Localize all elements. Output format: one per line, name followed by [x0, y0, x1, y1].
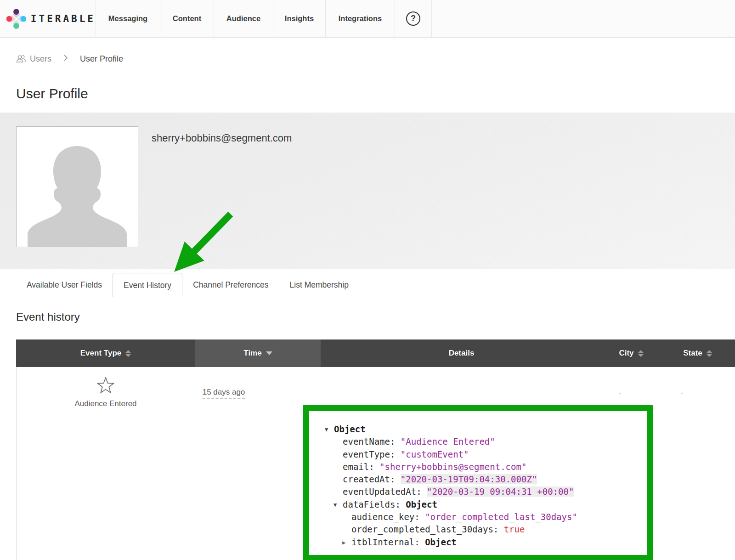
json-value: "Audience Entered"	[401, 436, 495, 447]
json-key: createdAt:	[343, 474, 401, 484]
event-table-header: Event TypeTimeDetailsCityState	[16, 339, 735, 367]
page-title: User Profile	[16, 85, 735, 102]
json-key: eventName:	[343, 436, 401, 447]
tab-list-membership[interactable]: List Membership	[279, 273, 359, 297]
tab-channel-preferences[interactable]: Channel Preferences	[182, 273, 279, 297]
sort-icon	[125, 350, 131, 357]
toggle-spacer	[342, 524, 351, 536]
toggle-spacer	[334, 461, 343, 473]
sort-desc-icon	[266, 351, 272, 355]
sort-icon	[707, 350, 712, 357]
event-time[interactable]: 15 days ago	[203, 388, 245, 399]
json-key: order_completed_last_30days:	[351, 524, 504, 534]
json-line: createdAt: "2020-03-19T09:04:30.000Z"	[325, 473, 647, 486]
json-value: "2020-03-19 09:04:31 +00:00"	[427, 486, 574, 497]
nav-item-messaging[interactable]: Messaging	[96, 0, 160, 37]
nav-item-integrations[interactable]: Integrations	[325, 0, 395, 37]
event-type-cell: Audience Entered	[60, 377, 152, 408]
toggle-spacer	[334, 474, 343, 486]
help-icon: ?	[406, 11, 420, 26]
help-button[interactable]: ?	[395, 0, 432, 37]
iterable-brand[interactable]: ITERABLE	[0, 0, 96, 37]
top-nav: ITERABLE MessagingContentAudienceInsight…	[0, 0, 735, 38]
brand-name: ITERABLE	[31, 13, 96, 24]
json-line: eventName: "Audience Entered"	[325, 436, 647, 448]
tab-event-history[interactable]: Event History	[113, 273, 182, 297]
json-tree: ▼Object eventName: "Audience Entered" ev…	[325, 423, 647, 549]
json-line: eventType: "customEvent"	[325, 448, 647, 461]
time-cell: 15 days ago	[192, 388, 256, 399]
json-value: "2020-03-19T09:04:30.000Z"	[401, 474, 537, 484]
column-label: Event Type	[80, 349, 121, 358]
tab-bar: Available User FieldsEvent HistoryChanne…	[0, 273, 735, 297]
json-line: email: "sherry+bobbins@segment.com"	[325, 461, 647, 473]
column-label: Time	[243, 349, 261, 358]
star-icon[interactable]	[97, 377, 114, 394]
event-details-json-viewer: ▼Object eventName: "Audience Entered" ev…	[303, 405, 653, 560]
breadcrumb-root-label: Users	[30, 54, 51, 64]
breadcrumb-users-link[interactable]: Users	[16, 54, 51, 64]
json-value: "order_completed_last_30days"	[425, 512, 577, 522]
collapse-icon[interactable]: ▼	[334, 499, 343, 511]
iterable-logo-icon	[6, 6, 26, 31]
user-email: sherry+bobbins@segment.com	[152, 132, 292, 144]
json-key: eventUpdatedAt:	[343, 486, 427, 497]
nav-item-content[interactable]: Content	[160, 0, 214, 37]
column-header-time[interactable]: Time	[195, 339, 321, 367]
toggle-spacer	[342, 511, 351, 523]
json-key: itblInternal:	[351, 537, 425, 547]
json-line: ▼Object	[325, 423, 647, 436]
json-key: eventType:	[343, 449, 401, 459]
toggle-spacer	[334, 449, 343, 461]
json-line: ▼dataFields: Object	[325, 498, 647, 511]
toggle-spacer	[334, 436, 343, 448]
collapse-icon[interactable]: ▼	[325, 424, 334, 436]
state-cell: -	[673, 388, 691, 397]
city-cell: -	[611, 388, 629, 397]
json-value: "customEvent"	[401, 449, 469, 459]
section-heading: Event history	[16, 310, 735, 324]
event-table-body: Audience Entered 15 days ago - - ▼Object…	[16, 367, 735, 560]
column-label: City	[619, 349, 633, 358]
avatar	[16, 126, 138, 247]
nav-item-audience[interactable]: Audience	[214, 0, 273, 37]
json-key: dataFields:	[343, 499, 406, 509]
json-value: true	[504, 524, 525, 534]
nav-menu: MessagingContentAudienceInsightsIntegrat…	[96, 0, 395, 37]
sort-icon	[638, 350, 644, 357]
json-object-label: Object	[406, 499, 437, 509]
column-header-details: Details	[321, 339, 602, 367]
column-label: Details	[449, 349, 475, 358]
json-object-label: Object	[425, 537, 457, 547]
profile-header-band: sherry+bobbins@segment.com	[0, 113, 735, 269]
json-line: order_completed_last_30days: true	[325, 523, 647, 536]
event-type-label: Audience Entered	[60, 399, 152, 408]
tab-available-user-fields[interactable]: Available User Fields	[16, 273, 113, 297]
user-profile-page: ITERABLE MessagingContentAudienceInsight…	[0, 0, 735, 560]
column-header-city[interactable]: City	[602, 339, 660, 367]
json-object-label: Object	[334, 424, 366, 434]
json-line: audience_key: "order_completed_last_30da…	[325, 511, 647, 523]
expand-icon[interactable]: ▶	[342, 537, 351, 549]
breadcrumb-separator-icon	[63, 54, 68, 64]
json-key: email:	[343, 462, 379, 472]
json-key: audience_key:	[351, 512, 425, 522]
nav-item-insights[interactable]: Insights	[273, 0, 325, 37]
json-value: "sherry+bobbins@segment.com"	[379, 462, 526, 472]
toggle-spacer	[334, 486, 343, 498]
avatar-placeholder-icon	[17, 127, 138, 247]
breadcrumb-current: User Profile	[80, 54, 123, 64]
column-header-state[interactable]: State	[660, 339, 735, 367]
json-line: ▶itblInternal: Object	[325, 536, 647, 549]
column-header-event-type[interactable]: Event Type	[16, 339, 195, 367]
users-icon	[16, 55, 26, 63]
breadcrumb: Users User Profile	[0, 38, 735, 66]
column-label: State	[683, 349, 702, 358]
json-line: eventUpdatedAt: "2020-03-19 09:04:31 +00…	[325, 486, 647, 498]
